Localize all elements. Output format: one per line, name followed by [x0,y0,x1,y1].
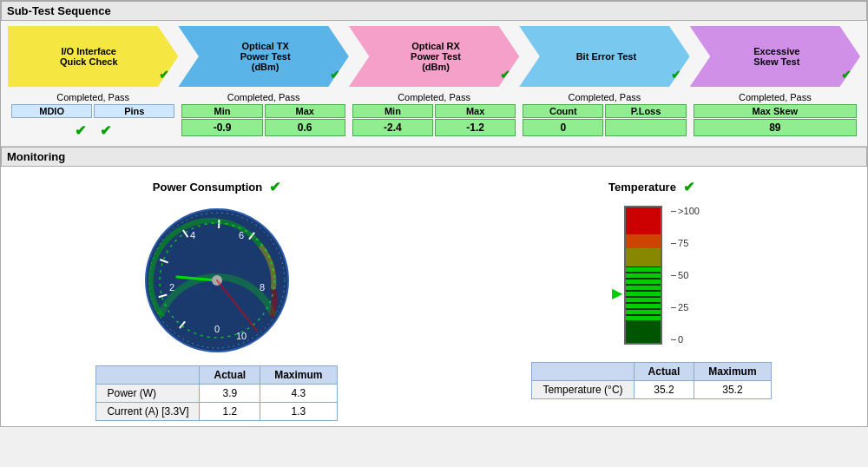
header-es-maxskew: Max Skew [694,104,857,118]
power-actual-current: 1.2 [200,403,260,421]
check-icon-io: ✔ [159,68,169,82]
scale-100: >100 [671,206,700,216]
data-group-io: MDIO Pins ✔ ✔ [8,104,178,139]
power-table: Actual Maximum Power (W) 3.9 4.3 Current… [95,365,337,421]
temp-check-icon: ✔ [683,179,694,195]
status-rx: Completed, Pass [349,90,519,104]
gauge-container: 0 2 4 6 8 [139,202,295,358]
power-panel: Power Consumption ✔ [8,179,425,421]
temp-table-header-label [532,363,634,381]
temp-segment-green-dark [626,320,661,343]
temp-segment-red [626,207,661,234]
chevron-row: I/O InterfaceQuick Check ✔ Optical TXPow… [8,26,860,87]
temp-panel: Temperature ✔ ▶ [443,179,860,421]
temp-indicator: ▶ [612,285,622,301]
scale-25: 25 [671,302,700,312]
svg-text:0: 0 [214,324,219,334]
temp-table-header-actual: Actual [634,363,694,381]
monitoring-section: Power Consumption ✔ [1,167,867,426]
svg-text:4: 4 [189,230,194,240]
chevron-label-es: ExcessiveSkew Test [753,46,799,67]
chevron-optical-tx: Optical TXPower Test(dBm) ✔ [178,26,348,87]
power-maximum-current: 1.3 [260,403,337,421]
header-be-count: Count [523,104,603,118]
check-icon-es: ✔ [841,68,852,82]
temp-segment-green-active [626,266,661,320]
value-rx-max: -1.2 [435,119,516,136]
scale-75: 75 [671,238,700,248]
check-pins: ✔ [100,122,111,139]
power-title-row: Power Consumption ✔ [153,179,280,195]
power-title: Power Consumption [153,181,262,194]
data-row: MDIO Pins ✔ ✔ Min Max -0.9 0.6 [8,104,860,139]
chevron-label-rx: Optical RXPower Test(dBm) [411,41,461,72]
temp-table: Actual Maximum Temperature (°C) 35.2 35.… [531,362,771,399]
power-label-watts: Power (W) [96,385,200,403]
temp-actual-celsius: 35.2 [634,381,694,399]
chevron-excessive-skew: ExcessiveSkew Test ✔ [690,26,860,87]
temp-title: Temperature [608,181,676,194]
power-label-current: Current (A) [3.3V] [96,403,200,421]
subtest-title: Sub-Test Sequence [7,4,111,17]
scale-label-50: 50 [678,270,688,280]
chevron-label-tx: Optical TXPower Test(dBm) [240,41,291,72]
subtest-section-header: Sub-Test Sequence [1,1,867,21]
header-tx-min: Min [181,104,262,118]
header-pins: Pins [94,104,174,118]
svg-text:8: 8 [259,282,264,293]
power-table-header-label [96,366,200,385]
scale-50: 50 [671,270,700,280]
temp-label-celsius: Temperature (°C) [532,381,634,399]
value-es-maxskew: 89 [694,119,857,136]
power-actual-watts: 3.9 [200,385,260,403]
temp-segment-orange [626,234,661,248]
chevron-bit-error: Bit Error Test ✔ [519,26,689,87]
power-maximum-watts: 4.3 [260,385,337,403]
chevron-shape-tx: Optical TXPower Test(dBm) ✔ [178,26,348,87]
temp-table-header-maximum: Maximum [694,363,771,381]
temp-bar-container: ▶ [603,202,700,348]
status-es: Completed, Pass [690,90,860,104]
chevron-shape-rx: Optical RXPower Test(dBm) ✔ [349,26,519,87]
chevron-shape-io: I/O InterfaceQuick Check ✔ [8,26,178,87]
data-group-tx: Min Max -0.9 0.6 [178,104,348,139]
scale-label-75: 75 [678,238,688,248]
status-row: Completed, Pass Completed, Pass Complete… [8,90,860,104]
data-group-es: Max Skew 89 [690,104,860,139]
header-mdio: MDIO [11,104,92,118]
temp-row-celsius: Temperature (°C) 35.2 35.2 [532,381,771,399]
monitoring-section-header: Monitoring [1,147,867,167]
scale-label-25: 25 [678,302,688,312]
status-io: Completed, Pass [8,90,178,104]
power-row-watts: Power (W) 3.9 4.3 [96,385,337,403]
value-be-count: 0 [523,119,603,136]
gauge-svg: 0 2 4 6 8 [139,202,295,358]
scale-label-0: 0 [678,334,683,345]
header-tx-max: Max [265,104,345,118]
value-tx-max: 0.6 [265,119,345,136]
header-rx-min: Min [352,104,433,118]
chevron-label-be: Bit Error Test [576,51,636,62]
subtest-section: I/O InterfaceQuick Check ✔ Optical TXPow… [1,21,867,147]
check-icon-rx: ✔ [500,68,510,82]
data-group-rx: Min Max -2.4 -1.2 [349,104,519,139]
chevron-label-io: I/O InterfaceQuick Check [60,46,118,67]
data-group-be: Count P.Loss 0 [519,104,689,139]
scale-label-100: >100 [678,206,700,216]
value-rx-min: -2.4 [352,119,433,136]
temp-title-row: Temperature ✔ [608,179,694,195]
monitoring-title: Monitoring [7,150,65,163]
scale-0: 0 [671,334,700,345]
power-table-header-maximum: Maximum [260,366,337,385]
chevron-io-interface: I/O InterfaceQuick Check ✔ [8,26,178,87]
svg-text:6: 6 [238,230,243,240]
value-be-ploss [605,119,686,136]
power-check-icon: ✔ [269,179,280,195]
chevron-optical-rx: Optical RXPower Test(dBm) ✔ [349,26,519,87]
status-be: Completed, Pass [519,90,689,104]
temp-segment-yellow [626,248,661,266]
monitoring-content: Power Consumption ✔ [8,179,860,421]
temp-maximum-celsius: 35.2 [694,381,771,399]
chevron-shape-es: ExcessiveSkew Test ✔ [690,26,860,87]
temp-bar [624,206,662,345]
